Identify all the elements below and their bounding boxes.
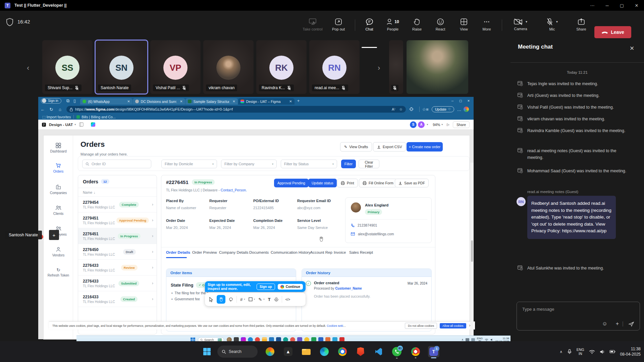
brave-taskbar-icon[interactable] [355, 346, 366, 357]
tiles-scroll-left-icon[interactable]: ‹ [27, 64, 29, 72]
people-button[interactable]: 10 People [380, 13, 405, 36]
video-tile-ravindra[interactable]: RK Ravindra K... [256, 40, 307, 94]
tab-close-icon[interactable]: ✕ [127, 100, 130, 103]
import-favorites-button[interactable]: ⬚ Import favorites [42, 115, 71, 119]
tab-company-details[interactable]: Company Details [219, 250, 249, 254]
video-tile-partial[interactable] [389, 40, 403, 94]
collaborator-avatar[interactable]: A [418, 121, 425, 128]
avatars-chevron-icon[interactable]: ▾ [427, 123, 428, 126]
row-chevron-icon[interactable]: › [152, 234, 153, 238]
copilot-taskbar-icon[interactable] [264, 346, 276, 357]
presenter-add-button[interactable]: + [49, 230, 59, 240]
react-button[interactable]: React [428, 13, 453, 36]
order-id-search-input[interactable]: Order ID [82, 160, 151, 168]
browser-update-button[interactable]: Update ♡ [432, 106, 454, 112]
emoji-icon[interactable]: ☺ [602, 321, 607, 327]
order-row-selected[interactable]: 2276451TL Flex Holdings LLC In Progress … [78, 228, 157, 244]
tab-documents[interactable]: Documents [249, 250, 269, 254]
row-chevron-icon[interactable]: › [152, 218, 153, 223]
tab-communication-history[interactable]: Communication History [271, 250, 311, 254]
clear-filter-button[interactable]: Clear Filter [359, 160, 379, 168]
tab-actions-icon[interactable]: ⧉ [65, 98, 71, 104]
language-indicator[interactable]: ENGIN [577, 348, 584, 356]
sidebar-item-dashboard[interactable]: Dashboard [44, 143, 73, 153]
favorites-list-icon[interactable]: ☆≡ [421, 107, 430, 112]
video-tile-shivani[interactable]: SS Shivani Sup... [42, 40, 93, 94]
order-row[interactable]: 2276450TL Flex Holdings LLC Draft › [78, 244, 157, 260]
pop-out-button[interactable]: Pop out [326, 13, 351, 36]
filter-company-dropdown[interactable]: Filter by Company▾ [221, 160, 277, 168]
figma-share-button[interactable]: Share [453, 121, 470, 128]
row-chevron-icon[interactable]: › [152, 297, 153, 301]
collaborator-avatar[interactable]: S [410, 121, 417, 128]
refresh-icon[interactable]: ↻ [47, 107, 56, 112]
layers-panel-icon[interactable] [79, 122, 84, 127]
video-tile-featured[interactable] [407, 40, 468, 94]
cookies-settings-link[interactable]: Cookies settings [327, 324, 347, 327]
leave-button[interactable]: Leave [594, 26, 631, 38]
mic-chevron-icon[interactable]: ▾ [556, 20, 558, 23]
view-button[interactable]: View [451, 13, 476, 36]
copilot-icon[interactable] [464, 107, 469, 112]
volume-icon[interactable] [600, 349, 605, 354]
create-new-order-button[interactable]: + Create new order [407, 142, 443, 152]
order-row[interactable]: 2279454TL Flex Holdings LLC Complete › [78, 197, 157, 213]
tab-close-icon[interactable]: ✕ [232, 100, 235, 103]
home-icon[interactable]: ⌂ [56, 107, 64, 112]
chat-button[interactable]: Chat [357, 13, 382, 36]
sidebar-item-orders[interactable]: Orders [44, 163, 73, 173]
tab-account-rep[interactable]: Account Rep [310, 250, 332, 254]
tab-invoice[interactable]: Invoice [334, 250, 346, 254]
print-button[interactable]: Print [337, 179, 358, 187]
tab-close-icon[interactable]: ✕ [289, 100, 292, 103]
sidebar-item-refresh-token[interactable]: ↻ Refresh Token [44, 267, 73, 277]
camera-chevron-icon[interactable]: ▾ [526, 20, 527, 23]
wifi-icon[interactable] [589, 350, 595, 354]
browser-minimize-icon[interactable]: ─ [449, 98, 456, 104]
export-csv-button[interactable]: Export CSV [373, 142, 406, 152]
list-column-header[interactable]: Name↓ [78, 188, 157, 197]
favorite-star-icon[interactable]: ☆ [399, 107, 402, 112]
browser-profile-button[interactable]: Sign in [41, 98, 61, 104]
send-icon[interactable] [628, 321, 634, 327]
tab-whatsapp[interactable]: (6) WhatsApp✕ [80, 98, 132, 105]
back-icon[interactable]: ← [38, 107, 47, 112]
move-tool-icon[interactable] [209, 297, 213, 302]
video-tile-vikram[interactable]: vikram chavan [203, 40, 254, 94]
sidebar-item-vendors[interactable]: Vendors [44, 247, 73, 257]
shape-tool-icon[interactable] [249, 297, 253, 301]
start-button[interactable] [201, 346, 213, 357]
taskbar-search[interactable]: Search [217, 346, 258, 358]
allow-cookies-button[interactable]: Allow all cookies [440, 323, 466, 328]
video-tile-santosh[interactable]: SN Santosh Narate [95, 40, 148, 94]
video-tile-readai[interactable]: RN read.ai mee... [309, 40, 360, 94]
vertical-tabs-icon[interactable]: ▯ [71, 98, 78, 103]
clock[interactable]: 11:3808-04-2025 [620, 346, 641, 357]
sidebar-item-companies[interactable]: Companies [44, 184, 73, 195]
signup-button[interactable]: Sign up [257, 284, 275, 290]
more-button[interactable]: More [474, 13, 499, 36]
read-aloud-icon[interactable]: A⁾ [392, 107, 395, 112]
chat-close-icon[interactable]: ✕ [627, 44, 637, 53]
filter-button[interactable]: Filter [341, 160, 356, 168]
tab-dc-divisions[interactable]: DC Divisions and Surroundings✕ [133, 98, 185, 105]
chrome-taskbar-icon[interactable] [337, 346, 348, 357]
zoom-chevron-icon[interactable]: ▾ [441, 123, 443, 126]
dev-mode-icon[interactable]: </> [285, 298, 290, 301]
address-bar[interactable]: https://www.figma.com/design/9BKQ0FOHRWa… [66, 106, 406, 113]
customer-link[interactable]: Customer_Name [335, 287, 362, 290]
edge-taskbar-icon[interactable] [319, 346, 330, 357]
row-chevron-icon[interactable]: › [152, 265, 153, 270]
contact-phone[interactable]: 2123874901 [351, 223, 377, 227]
browser-restore-icon[interactable]: ▢ [457, 98, 464, 104]
figma-doc-title[interactable]: Design - UAT [49, 123, 73, 127]
teams-taskbar-icon[interactable]: T 1 [428, 346, 439, 357]
contact-email[interactable]: alex@vstatefilings.com [351, 232, 394, 236]
lasso-tool-icon[interactable] [229, 297, 233, 302]
video-tile-vishal[interactable]: VP Vishal Patil ... [150, 40, 201, 94]
zoom-level[interactable]: 94% [433, 123, 440, 127]
update-status-button[interactable]: Update status [308, 179, 337, 187]
tab-salary-sheet[interactable]: Sample Salary Structure with calc✕ [185, 98, 238, 105]
tray-chevron-icon[interactable]: ∧ [462, 338, 464, 341]
present-icon[interactable]: ▷ [447, 123, 449, 126]
